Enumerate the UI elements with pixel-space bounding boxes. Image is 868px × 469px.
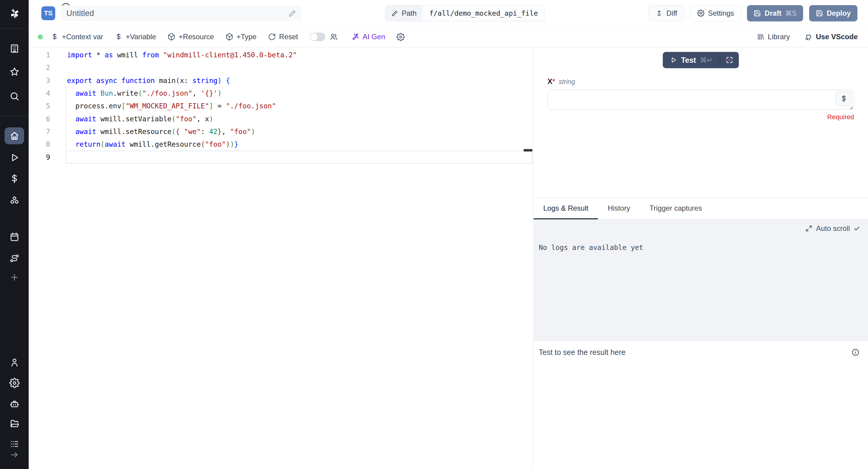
editor-toolbar: +Context var +Variable +Resource +Type R… [29,27,868,48]
sidebar-item-search[interactable] [0,91,29,101]
sidebar-item-favorites[interactable] [0,67,29,77]
wand-sparkles-icon [351,33,360,41]
field-label-row: X* string [548,77,854,86]
add-context-var-button[interactable]: +Context var [51,33,103,41]
sidebar-item-user[interactable] [0,357,29,368]
check-icon [854,225,860,232]
sidebar-item-workers[interactable] [0,399,29,409]
library-icon [756,33,765,41]
windmill-logo-icon [8,7,21,20]
overview-ruler-cursor [524,149,532,152]
diff-button[interactable]: Diff [649,5,684,22]
resource-label: +Resource [179,33,214,41]
capture-button[interactable] [720,52,739,68]
sidebar-expand[interactable] [0,450,29,459]
reset-button[interactable]: Reset [268,33,298,41]
robot-icon [9,399,20,409]
tab-history[interactable]: History [598,198,640,219]
tab-logs-result[interactable]: Logs & Result [534,198,598,219]
package-icon [225,33,233,41]
edit-title-pencil-icon[interactable] [288,9,297,17]
use-vscode-button[interactable]: Use VScode [804,33,858,41]
sidebar-item-schedules[interactable] [0,232,29,242]
code-text: import * as wmill from "windmill-client@… [50,51,297,59]
deploy-button[interactable]: Deploy [809,5,858,22]
editor-settings-button[interactable] [397,33,405,41]
code-line: 3export async function main(x: string) { [29,74,533,87]
folder-open-icon [9,418,20,429]
code-line: 4 await Bun.write("./foo.json", '{}') [29,87,533,100]
diff-label: Diff [666,9,677,18]
line-number: 8 [29,140,50,148]
multiplayer-button[interactable] [330,33,338,41]
sidebar-item-triggers[interactable] [0,253,29,263]
calendar-icon [9,232,20,242]
package-icon [167,33,175,41]
context-var-label: +Context var [62,33,103,41]
sidebar-item-add[interactable] [0,273,29,282]
code-editor[interactable]: 1import * as wmill from "windmill-client… [29,48,533,469]
sidebar-item-runs[interactable] [0,152,29,163]
logs-panel: Auto scroll No logs are available yet [534,220,868,340]
code-line: 2 [29,61,533,74]
star-icon [9,67,20,77]
resize-handle[interactable] [848,105,853,110]
expand-icon [805,225,812,232]
language-label: TS [44,9,53,17]
result-placeholder: Test to see the result here [539,348,626,357]
top-bar: TS Untitled Path f/all/demo_mocked_api_f… [29,0,868,27]
dollar-icon [840,95,848,103]
code-text: process.env["WM_MOCKED_API_FILE"] = "./f… [50,102,276,110]
add-resource-button[interactable]: +Resource [167,33,214,41]
preview-panel: Test ⌘↵ X* string Requi [534,48,868,469]
library-button[interactable]: Library [756,33,790,41]
insert-variable-button[interactable] [835,91,852,106]
list-icon [10,439,19,449]
ai-gen-button[interactable]: AI Gen [351,33,385,41]
dollar-icon [115,33,123,41]
result-tabs: Logs & ResultHistoryTrigger captures [534,198,868,220]
diff-mode-toggle[interactable] [310,33,326,41]
type-label: +Type [237,33,256,41]
line-number: 4 [29,89,50,97]
code-line: 8 return(await wmill.getResource("foo"))… [29,138,533,151]
field-name: X [548,77,552,85]
info-icon[interactable] [851,348,860,356]
code-line: 6 await wmill.setVariable("foo", x) [29,112,533,125]
sidebar-item-folders[interactable] [0,418,29,429]
sidebar-item-resources[interactable] [0,195,29,206]
github-icon [804,33,812,41]
add-variable-button[interactable]: +Variable [115,33,156,41]
test-button[interactable]: Test ⌘↵ [663,52,720,68]
save-icon [754,10,761,17]
path-control[interactable]: Path f/all/demo_mocked_api_file [385,5,545,22]
code-line: 7 await wmill.setResource({ "we": 42}, "… [29,125,533,138]
code-text: await wmill.setVariable("foo", x) [50,115,213,123]
tab-trigger-captures[interactable]: Trigger captures [640,198,712,219]
sidebar-item-logs-list[interactable] [0,439,29,449]
left-sidebar [0,0,29,469]
required-star: * [552,77,555,85]
auto-scroll-toggle[interactable]: Auto scroll [805,224,860,233]
users-icon [330,33,338,41]
settings-button[interactable]: Settings [690,5,741,22]
arg-x-input[interactable] [548,90,854,110]
sidebar-item-workspace[interactable] [0,43,29,54]
add-type-button[interactable]: +Type [225,33,256,41]
code-line: 9 [29,151,533,163]
sidebar-item-variables[interactable] [0,174,29,184]
line-number: 9 [29,153,50,161]
script-title: Untitled [66,9,288,18]
draft-label: Draft [765,9,781,18]
sidebar-item-settings[interactable] [0,378,29,388]
script-title-field[interactable]: Untitled [61,5,302,21]
sidebar-item-home[interactable] [4,127,24,144]
building-icon [9,43,20,54]
play-icon [9,152,20,163]
no-logs-message: No logs are available yet [539,244,643,251]
settings-label: Settings [708,9,734,18]
windmill-logo[interactable] [0,7,29,20]
draft-button[interactable]: Draft ⌘S [747,5,803,22]
reset-label: Reset [279,33,298,41]
required-message: Required [548,113,854,121]
